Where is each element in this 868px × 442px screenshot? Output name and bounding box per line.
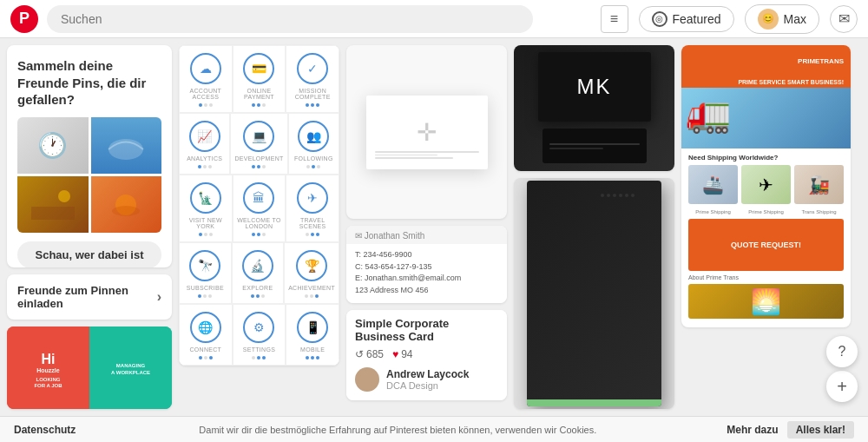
dots-2 [252,103,266,107]
web-header: PRIMETRANS [681,45,851,76]
web-brand: PRIMETRANS [798,57,844,65]
icon-cell-following: 👥 FOLLOWING [288,113,339,175]
extra2-icon: ⚙ [243,312,274,343]
web-body-title: Need Shipping Worldwide? [688,154,844,162]
invite-card[interactable]: Freunde zum Pinnen einladen › [7,274,172,320]
icon-cell-extra2: ⚙ SETTINGS [233,304,286,366]
main-content: Sammeln deine Freunde Pins, die dir gefa… [0,38,868,416]
icon-cell-london: 🏛 WELCOME TO LONDON [233,175,286,242]
service-item-3: 🚂 [794,165,844,204]
preview-image: Hi Houzzle LOOKINGFOR A JOB MANAGINGA WO… [7,327,172,409]
alles-klar-button[interactable]: Alles klar! [787,421,854,439]
watch-friends-button[interactable]: Schau, wer dabei ist [17,241,161,267]
web-quote-section: QUOTE REQUEST! [688,219,844,271]
check-icon: ✓ [297,53,328,84]
embossed-dark-card[interactable] [514,178,674,409]
dots-7 [199,233,213,236]
pinterest-logo[interactable]: P [10,5,38,33]
column-2: ☁ ACCOUNT ACCESS 💳 ONLINE PAYMENT ✓ MISS… [179,45,339,409]
fab-help-button[interactable]: ? [826,336,858,367]
dots-11 [251,294,265,298]
friend-img-whale [91,117,162,174]
hamburger-button[interactable]: ≡ [601,5,628,33]
icon-row-2: 📈 ANALYTICS 💻 DEVELOPMENT 👥 FOLLOWING [179,113,339,175]
extra3-icon: 📱 [297,312,328,343]
web-about-section: About Prime Trans 🌅 [688,271,844,322]
embossed-inner [527,181,661,406]
following-icon: 👥 [298,121,329,152]
author-info: Andrew Laycock DCA Design [386,368,469,391]
dots-1 [199,103,213,107]
mehr-link[interactable]: Mehr dazu [727,424,778,436]
truck-icon: 🚛 [686,92,731,135]
pin-stats: ↺ 685 ♥ 94 [355,348,498,360]
dots-14 [252,356,266,360]
dark-mk-card[interactable]: MK [514,45,674,171]
featured-label: Featured [673,12,721,26]
web-quote-text: QUOTE REQUEST! [731,241,801,249]
featured-icon: ◎ [652,11,667,27]
travel-icon: ✈ [297,182,328,214]
extra1-icon: 🌐 [190,312,221,343]
dots-6 [306,165,320,168]
icon-row-4: 🔭 SUBSCRIBE 🔬 EXPLORE 🏆 ACHIEVEMENT [179,242,339,304]
header-right: ≡ ◎ Featured 😊 Max ✉ [601,4,858,34]
svg-rect-1 [31,207,75,220]
search-input[interactable] [47,5,533,33]
green-edge [527,399,661,406]
white-business-card-image[interactable]: ✛ [346,45,507,219]
featured-button[interactable]: ◎ Featured [639,6,734,32]
likes-stat: ♥ 94 [392,348,412,360]
service-item-1: 🚢 [688,165,738,204]
icon-row-3: 🗽 VISIT NEW YORK 🏛 WELCOME TO LONDON ✈ T… [179,175,339,242]
pin-title: Simple Corporate Business Card [355,317,498,343]
card-details: Simple Corporate Business Card ↺ 685 ♥ 9… [346,310,507,400]
web-service-grid: 🚢 ✈ 🚂 [688,165,844,204]
friend-card-title: Sammeln deine Freunde Pins, die dir gefa… [17,57,161,109]
website-preview-small-card[interactable]: Hi Houzzle LOOKINGFOR A JOB MANAGINGA WO… [7,327,172,409]
dots-5 [252,165,266,168]
icon-cell-explore: 🔬 EXPLORE [232,242,285,304]
repin-count: 685 [366,348,384,360]
friend-suggestion-card: Sammeln deine Freunde Pins, die dir gefa… [7,45,172,267]
cloud-icon: ☁ [190,53,221,84]
column-5: PRIMETRANS PRIME SERVICE SMART BUSINESS!… [681,45,851,409]
dots-9 [306,233,319,236]
dots-8 [252,233,266,236]
web-about-label: About Prime Trans [688,274,844,280]
web-tagline-bar: PRIME SERVICE SMART BUSINESS! [681,76,851,88]
column-1: Sammeln deine Freunde Pins, die dir gefa… [7,45,172,409]
user-button[interactable]: 😊 Max [745,4,819,34]
subscribe-icon: 🔭 [189,250,220,281]
icon-cell-analytics: 📈 ANALYTICS [179,113,230,175]
web-hero-image: 🚛 [681,88,851,148]
avatar [355,367,379,392]
cross-icon: ✛ [417,118,437,147]
dots-10 [198,294,212,298]
service-item-2: ✈ [741,165,791,204]
pin-author: Andrew Laycock DCA Design [355,367,498,392]
friend-img-clock: 🕐 [17,117,89,174]
fab-plus-button[interactable]: + [826,371,858,402]
repins-stat: ↺ 685 [355,348,384,360]
likes-count: 94 [401,348,412,360]
messages-button[interactable]: ✉ [830,5,858,33]
preview-left: Hi Houzzle LOOKINGFOR A JOB [7,327,89,409]
card-lines [375,151,479,161]
icon-row-5: 🌐 CONNECT ⚙ SETTINGS 📱 MOBILE [179,304,339,366]
card-info-panel: Simple Corporate Business Card ↺ 685 ♥ 9… [346,310,507,400]
author-name: Andrew Laycock [386,368,469,380]
website-preview-card[interactable]: PRIMETRANS PRIME SERVICE SMART BUSINESS!… [681,45,851,327]
business-card-inner: ✛ [366,96,488,169]
icon-cell-dev: 💻 DEVELOPMENT [230,113,287,175]
london-icon: 🏛 [243,182,274,214]
mk-business-card: MK [538,52,651,122]
avatar: 😊 [758,9,779,30]
web-footer-image: 🌅 [688,284,844,319]
privacy-link[interactable]: Datenschutz [14,424,76,436]
svg-point-4 [112,206,140,216]
icon-grid-card[interactable]: ☁ ACCOUNT ACCESS 💳 ONLINE PAYMENT ✓ MISS… [179,45,339,366]
icon-cell-mission: ✓ MISSION COMPLETE [286,45,339,113]
column-3: ✛ ✉ Jonathan Smith T: 234-456-9900 C: 54… [346,45,507,409]
dev-icon: 💻 [243,121,274,152]
